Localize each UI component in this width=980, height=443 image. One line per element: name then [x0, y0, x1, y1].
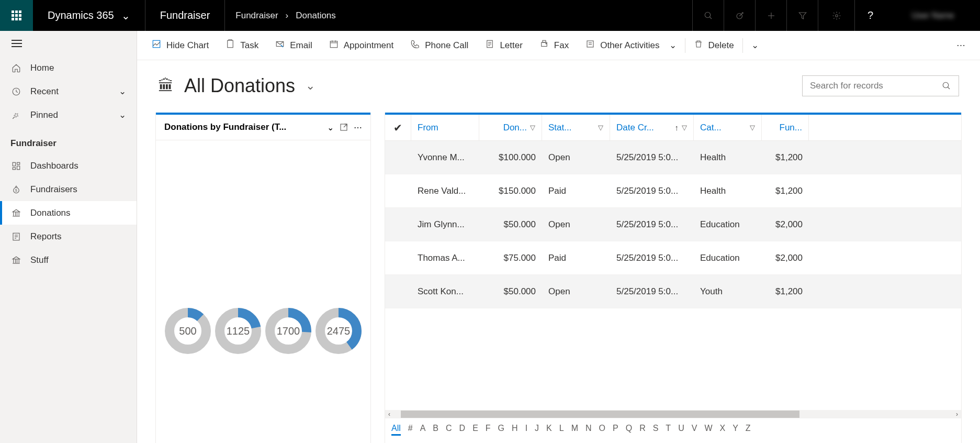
svg-point-7 — [835, 14, 838, 17]
alpha-o[interactable]: O — [599, 424, 605, 436]
column-header-donation[interactable]: Don... ▽ — [479, 115, 542, 140]
overflow-dropdown[interactable]: ⌄ — [743, 31, 767, 60]
cmd-fax[interactable]: Fax — [531, 31, 577, 60]
cell-donation: $50.000 — [479, 219, 542, 230]
plus-icon — [767, 11, 776, 20]
horizontal-scrollbar[interactable]: ‹ › — [385, 410, 961, 418]
settings-button[interactable] — [818, 0, 854, 31]
column-header-fund[interactable]: Fun... — [762, 115, 809, 140]
filter-icon[interactable]: ▽ — [750, 124, 755, 131]
cmd-phone-call[interactable]: Phone Call — [402, 31, 477, 60]
cmd-appointment[interactable]: Appointment — [321, 31, 402, 60]
cell-fund: $1,200 — [762, 152, 809, 163]
alpha-j[interactable]: J — [535, 424, 539, 436]
nav-pinned[interactable]: Pinned ⌄ — [0, 103, 137, 127]
cmd-task[interactable]: Task — [217, 31, 267, 60]
table-row[interactable]: Rene Vald... $150.000 Paid 5/25/2019 5:0… — [385, 174, 961, 208]
alpha-b[interactable]: B — [433, 424, 438, 436]
alpha-c[interactable]: C — [446, 424, 452, 436]
cell-category: Youth — [694, 286, 762, 297]
advanced-find-button[interactable] — [786, 0, 818, 31]
nav-home[interactable]: Home — [0, 56, 137, 80]
breadcrumb-item-1[interactable]: Donations — [296, 10, 336, 21]
alpha-i[interactable]: I — [525, 424, 527, 436]
sort-asc-icon: ↑ — [675, 123, 679, 132]
cell-from: Jim Glynn... — [411, 219, 479, 230]
cmd-hide-chart[interactable]: Hide Chart — [143, 31, 217, 60]
alpha-d[interactable]: D — [459, 424, 466, 436]
chart-dropdown[interactable]: ⌄ — [327, 123, 334, 132]
alpha-x[interactable]: X — [719, 424, 725, 436]
pin-icon — [10, 110, 22, 120]
select-all-checkbox[interactable]: ✔ — [385, 115, 411, 140]
column-header-from[interactable]: From — [411, 115, 479, 140]
filter-icon[interactable]: ▽ — [530, 124, 535, 131]
record-search[interactable] — [802, 75, 959, 96]
alpha-l[interactable]: L — [559, 424, 564, 436]
cmd-email[interactable]: Email — [267, 31, 321, 60]
help-button[interactable]: ? — [854, 0, 886, 31]
table-row[interactable]: Jim Glynn... $50.000 Open 5/25/2019 5:0.… — [385, 208, 961, 241]
nav-item-stuff[interactable]: Stuff — [0, 248, 137, 272]
alpha-q[interactable]: Q — [626, 424, 632, 436]
task-flow-button[interactable] — [724, 0, 755, 31]
more-commands-button[interactable]: ⋯ — [948, 31, 974, 60]
alpha-v[interactable]: V — [692, 424, 697, 436]
alpha-u[interactable]: U — [678, 424, 684, 436]
nav-item-donations[interactable]: Donations — [0, 201, 137, 225]
alpha-p[interactable]: P — [613, 424, 618, 436]
table-row[interactable]: Yvonne M... $100.000 Open 5/25/2019 5:0.… — [385, 141, 961, 174]
filter-icon[interactable]: ▽ — [682, 124, 687, 131]
filter-icon[interactable]: ▽ — [598, 124, 603, 131]
donut-gauge[interactable]: 2475 — [315, 307, 362, 355]
alpha-w[interactable]: W — [704, 424, 712, 436]
donut-gauge[interactable]: 1700 — [265, 307, 312, 355]
donut-gauge[interactable]: 1125 — [215, 307, 262, 355]
quick-create-button[interactable] — [755, 0, 786, 31]
brand-dropdown[interactable]: Dynamics 365 ⌄ — [33, 0, 145, 31]
nav-label: Pinned — [30, 110, 58, 120]
alpha-all[interactable]: All — [391, 424, 401, 436]
breadcrumb-item-0[interactable]: Fundraiser — [235, 10, 278, 21]
nav-collapse-button[interactable] — [0, 31, 137, 56]
alpha-f[interactable]: F — [486, 424, 491, 436]
scroll-thumb[interactable] — [401, 411, 799, 418]
column-header-category[interactable]: Cat... ▽ — [694, 115, 762, 140]
alpha-r[interactable]: R — [639, 424, 646, 436]
column-header-status[interactable]: Stat... ▽ — [542, 115, 610, 140]
donut-gauge[interactable]: 500 — [164, 307, 211, 355]
table-row[interactable]: Thomas A... $75.000 Paid 5/25/2019 5:0..… — [385, 241, 961, 275]
alpha-z[interactable]: Z — [746, 424, 751, 436]
global-search-button[interactable] — [692, 0, 724, 31]
cmd-other-activities[interactable]: Other Activities ⌄ — [577, 31, 684, 60]
alpha-k[interactable]: K — [546, 424, 552, 436]
expand-icon[interactable] — [339, 123, 348, 132]
search-input[interactable] — [810, 81, 942, 91]
svg-line-50 — [948, 87, 950, 89]
nav-recent[interactable]: Recent ⌄ — [0, 80, 137, 103]
alpha-s[interactable]: S — [653, 424, 659, 436]
cell-donation: $150.000 — [479, 186, 542, 196]
alpha-n[interactable]: N — [585, 424, 592, 436]
cell-from: Scott Kon... — [411, 286, 479, 297]
alpha-g[interactable]: G — [498, 424, 504, 436]
cmd-delete[interactable]: Delete — [685, 31, 742, 60]
table-row[interactable]: Scott Kon... $50.000 Open 5/25/2019 5:0.… — [385, 275, 961, 308]
alpha-e[interactable]: E — [472, 424, 478, 436]
cmd-letter[interactable]: Letter — [477, 31, 531, 60]
view-selector-dropdown[interactable]: ⌄ — [306, 79, 315, 93]
nav-item-reports[interactable]: Reports — [0, 225, 137, 248]
alpha-t[interactable]: T — [666, 424, 671, 436]
chart-more-button[interactable]: ⋯ — [354, 123, 362, 132]
column-header-date[interactable]: Date Cr... ↑ ▽ — [610, 115, 694, 140]
alpha-h[interactable]: H — [512, 424, 518, 436]
user-menu[interactable]: User Name — [886, 0, 980, 31]
alpha-y[interactable]: Y — [733, 424, 738, 436]
alpha-m[interactable]: M — [571, 424, 578, 436]
top-header: Dynamics 365 ⌄ Fundraiser Fundraiser › D… — [0, 0, 980, 31]
nav-item-dashboards[interactable]: Dashboards — [0, 154, 137, 178]
alpha-#[interactable]: # — [408, 424, 413, 436]
alpha-a[interactable]: A — [420, 424, 426, 436]
app-launcher-button[interactable] — [0, 0, 33, 31]
nav-item-fundraisers[interactable]: $ Fundraisers — [0, 178, 137, 201]
